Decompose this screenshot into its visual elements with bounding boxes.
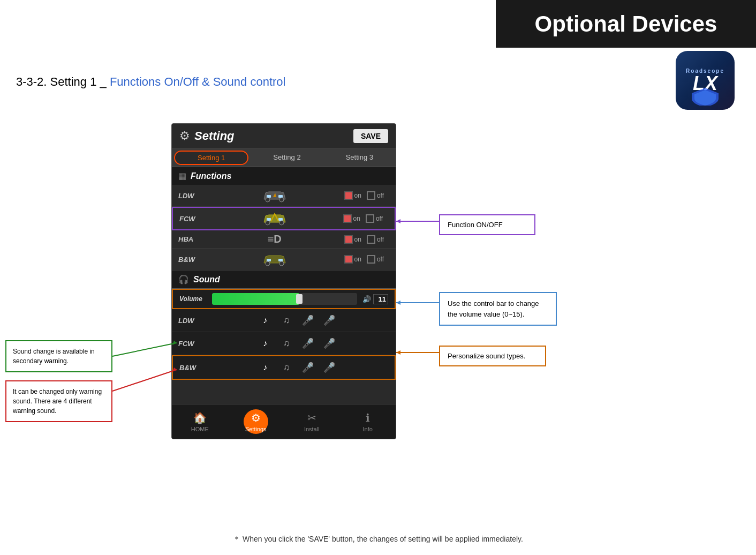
nav-settings-label: Settings [245,426,267,432]
fcw-on-checkbox[interactable] [343,214,352,223]
svg-rect-9 [278,259,283,261]
fcw-on-label: on [353,215,360,222]
ldw-off-checkbox[interactable] [367,191,375,200]
bw-on-group: on [344,255,367,264]
bottom-nav: 🏠 HOME ⚙ Settings ✂ Install ℹ Info [172,404,396,439]
callout-warning-sound: It can be changed only warning sound. Th… [5,380,112,422]
volume-bar-fill[interactable] [212,293,299,305]
sound-section-header: 🎧 Sound [172,271,396,289]
svg-rect-1 [278,195,283,198]
sound-fcw-mic-dark-icon[interactable]: 🎤 [321,335,338,352]
bw-car-icon [261,251,288,267]
sound-ldw-label: LDW [178,317,205,325]
callout-personalize: Personalize sound types. [439,346,546,366]
hba-on-checkbox[interactable] [344,235,353,244]
hba-off-group: off [367,235,389,244]
callout-volume-text: Use the control bar to change the volume… [448,299,539,318]
sound-bw-icons: ♪ ♫ 🎤 🎤 [206,359,388,376]
volume-value: 11 [373,294,388,304]
svg-line-20 [112,370,177,391]
save-button[interactable]: SAVE [353,129,388,143]
bw-on-label: on [354,256,361,263]
hba-icon-area: ≡D [205,233,344,245]
nav-info[interactable]: ℹ Info [340,404,396,439]
info-icon: ℹ [366,411,370,424]
hba-off-checkbox[interactable] [367,235,375,244]
fcw-on-group: on [343,214,366,223]
volume-row: Volume 🔊 11 [172,289,396,309]
section-number: 3-3-2. Setting 1 _ [16,75,110,88]
ldw-off-label: off [377,192,384,199]
settings-icon: ⚙ [251,411,261,424]
hba-off-label: off [377,236,384,243]
nav-install-label: Install [304,426,320,432]
svg-point-3 [279,198,284,202]
section-title-blue: Functions On/Off & Sound control [110,75,286,88]
setting-icon-title: ⚙ Setting [179,129,235,143]
setting-header: ⚙ Setting SAVE [172,124,396,149]
header-bar: Optional Devices [496,0,756,48]
fcw-off-checkbox[interactable] [366,214,374,223]
sound-fcw-note2-icon[interactable]: ♫ [278,335,295,352]
sound-note1-icon[interactable]: ♪ [256,312,274,329]
volume-bar-container[interactable] [212,293,357,305]
callout-function-onoff: Function ON/OFF [439,214,535,235]
hba-label: HBA [178,235,205,243]
nav-home-label: HOME [191,426,209,432]
bw-on-checkbox[interactable] [344,255,353,264]
app-logo: Roadscope LX [676,51,735,110]
ldw-on-label: on [354,192,361,199]
footer-text: ＊ When you click the 'SAVE' button, the … [233,535,523,543]
bw-off-checkbox[interactable] [367,255,375,264]
function-row-ldw: LDW on off [172,185,396,207]
hba-on-label: on [354,236,361,243]
sound-note2-icon[interactable]: ♫ [278,312,295,329]
grid-icon: ▦ [178,171,186,181]
hba-beam-icon: ≡D [268,233,282,245]
tab-setting1[interactable]: Setting 1 [174,151,248,165]
sound-mic-dark-icon[interactable]: 🎤 [321,312,338,329]
tab-setting3[interactable]: Setting 3 [323,149,396,167]
functions-section-header: ▦ Functions [172,167,396,185]
ldw-icon-area [205,188,344,204]
tabs-bar: Setting 1 Setting 2 Setting 3 [172,149,396,167]
function-row-hba: HBA ≡D on off [172,230,396,249]
ldw-off-group: off [367,191,389,200]
volume-handle[interactable] [296,294,303,304]
ui-mockup: ⚙ Setting SAVE Setting 1 Setting 2 Setti… [171,123,396,439]
svg-marker-15 [396,301,400,305]
sound-fcw-note1-icon[interactable]: ♪ [256,335,274,352]
function-row-bw: B&W on off [172,249,396,271]
nav-info-label: Info [363,426,373,432]
ldw-on-group: on [344,191,367,200]
volume-speaker-icon: 🔊 [362,295,371,303]
ldw-car-icon [261,188,288,204]
svg-point-6 [266,221,270,225]
tab-setting2[interactable]: Setting 2 [251,149,323,167]
sound-bw-note2-icon[interactable]: ♫ [278,359,295,376]
svg-line-18 [112,343,177,356]
nav-install[interactable]: ✂ Install [284,404,340,439]
ldw-on-checkbox[interactable] [344,191,353,200]
headphone-icon: 🎧 [178,274,189,284]
sound-mic-orange-icon[interactable]: 🎤 [299,312,316,329]
sound-bw-mic-orange-icon[interactable]: 🎤 [299,359,316,376]
svg-marker-17 [396,350,400,355]
install-icon: ✂ [307,411,316,424]
svg-rect-4 [267,218,271,221]
callout-secondary-warning: Sound change is available in secondary w… [5,340,112,372]
svg-point-10 [266,261,270,266]
sound-label: Sound [193,275,220,284]
sound-bw-note1-icon[interactable]: ♪ [256,359,274,376]
nav-settings[interactable]: ⚙ Settings [228,404,284,439]
home-icon: 🏠 [193,411,207,424]
sound-fcw-mic-orange-icon[interactable]: 🎤 [299,335,316,352]
section-title: 3-3-2. Setting 1 _ Functions On/Off & So… [16,75,285,89]
bw-off-label: off [377,256,384,263]
bw-label: B&W [178,256,205,264]
svg-marker-13 [396,219,400,223]
nav-home[interactable]: 🏠 HOME [172,404,228,439]
sound-bw-mic-dark-icon[interactable]: 🎤 [321,359,338,376]
svg-point-2 [266,198,270,202]
svg-point-11 [279,261,284,266]
